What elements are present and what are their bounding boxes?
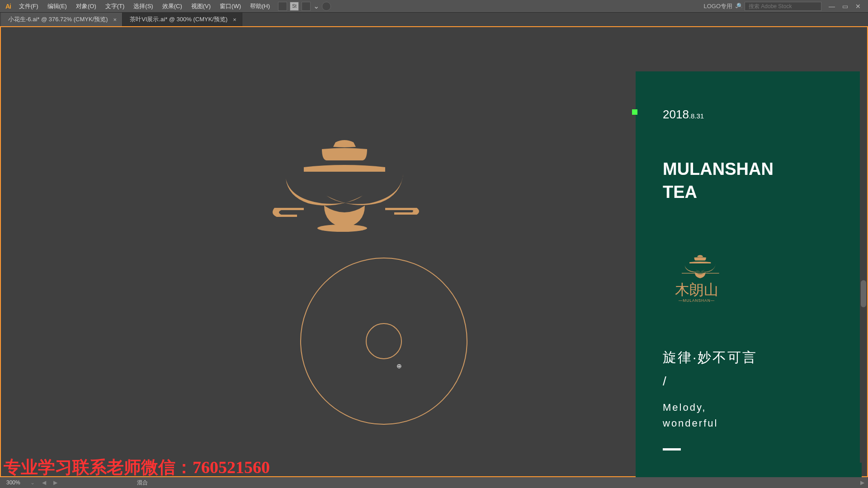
preferences-icon[interactable] (322, 2, 331, 11)
minimize-button[interactable]: — (827, 3, 837, 10)
svg-point-0 (317, 225, 367, 232)
document-tabs: 小花生-6.ai* @ 376.72% (CMYK/预览) × 茶叶VI展示.a… (0, 13, 868, 26)
chevron-down-icon[interactable]: ⌄ (313, 2, 319, 10)
menu-object[interactable]: 对象(O) (71, 0, 101, 12)
status-bar: 300% ⌄ ◀ ▶ 混合 ▶ (0, 477, 868, 488)
tool-hint: 混合 (137, 479, 148, 487)
menu-file[interactable]: 文件(F) (14, 0, 43, 12)
control-bar-tools: St ⌄ (278, 2, 331, 11)
document-tab-2[interactable]: 茶叶VI展示.ai* @ 300% (CMYK/预览) × (123, 13, 242, 26)
teapot-logo-artwork[interactable] (259, 138, 430, 246)
nav-next-icon[interactable]: ▶ (53, 479, 57, 486)
menu-help[interactable]: 帮助(H) (245, 0, 274, 12)
canvas-area[interactable]: ⊕ 2018.8.31 MULANSHAN TEA (0, 26, 868, 477)
arrange-icon[interactable] (302, 2, 311, 11)
menu-type[interactable]: 文字(T) (101, 0, 129, 12)
close-icon[interactable]: × (233, 16, 236, 23)
search-input[interactable] (745, 2, 821, 11)
workspace-label: LOGO专用 (703, 2, 732, 10)
menu-effect[interactable]: 效果(C) (158, 0, 187, 12)
document-tab-1[interactable]: 小花生-6.ai* @ 376.72% (CMYK/预览) × (1, 13, 123, 26)
chevron-down-icon[interactable]: ⌄ (30, 479, 35, 486)
zoom-level[interactable]: 300% (4, 479, 23, 486)
nav-end-icon[interactable]: ▶ (860, 479, 864, 486)
document-setup-icon[interactable] (278, 2, 287, 11)
tab-label: 茶叶VI展示.ai* @ 300% (CMYK/预览) (130, 15, 227, 23)
workspace-switcher[interactable]: LOGO专用 ⌄ (703, 2, 739, 10)
menu-edit[interactable]: 编辑(E) (43, 0, 71, 12)
promo-cn-slogan: 旋律·妙不可言 (663, 348, 835, 367)
promo-divider (663, 448, 681, 450)
scroll-thumb[interactable] (861, 280, 866, 307)
promo-logo: 木朗山 —MULANSHAN— (663, 254, 835, 308)
promo-brand-title: MULANSHAN TEA (663, 158, 835, 204)
promo-artboard[interactable]: 2018.8.31 MULANSHAN TEA (636, 71, 862, 487)
menu-select[interactable]: 选择(S) (129, 0, 157, 12)
menu-view[interactable]: 视图(V) (187, 0, 215, 12)
blend-circles-artwork[interactable] (300, 258, 467, 425)
close-button[interactable]: ✕ (854, 3, 863, 10)
watermark-text: 专业学习联系老师微信：760521560 (4, 456, 270, 479)
nav-prev-icon[interactable]: ◀ (42, 479, 46, 486)
promo-en-slogan: Melody, wonderful (663, 399, 835, 431)
tab-label: 小花生-6.ai* @ 376.72% (CMYK/预览) (8, 15, 108, 23)
maximize-button[interactable]: ▭ (840, 3, 850, 10)
promo-slash: / (663, 374, 835, 389)
menu-bar: Ai 文件(F) 编辑(E) 对象(O) 文字(T) 选择(S) 效果(C) 视… (0, 0, 868, 13)
app-logo: Ai (2, 3, 14, 10)
cn-brand-sub: —MULANSHAN— (679, 298, 715, 303)
vertical-scrollbar[interactable] (860, 54, 867, 463)
inner-circle-path[interactable] (366, 323, 402, 359)
cn-brand-name: 木朗山 (675, 282, 718, 298)
artboard-marker (632, 109, 637, 115)
promo-date: 2018.8.31 (663, 108, 835, 122)
st-tool-icon[interactable]: St (290, 2, 299, 11)
close-icon[interactable]: × (113, 16, 117, 23)
search-icon: 🔍 (736, 3, 743, 9)
menu-window[interactable]: 窗口(W) (215, 0, 245, 12)
